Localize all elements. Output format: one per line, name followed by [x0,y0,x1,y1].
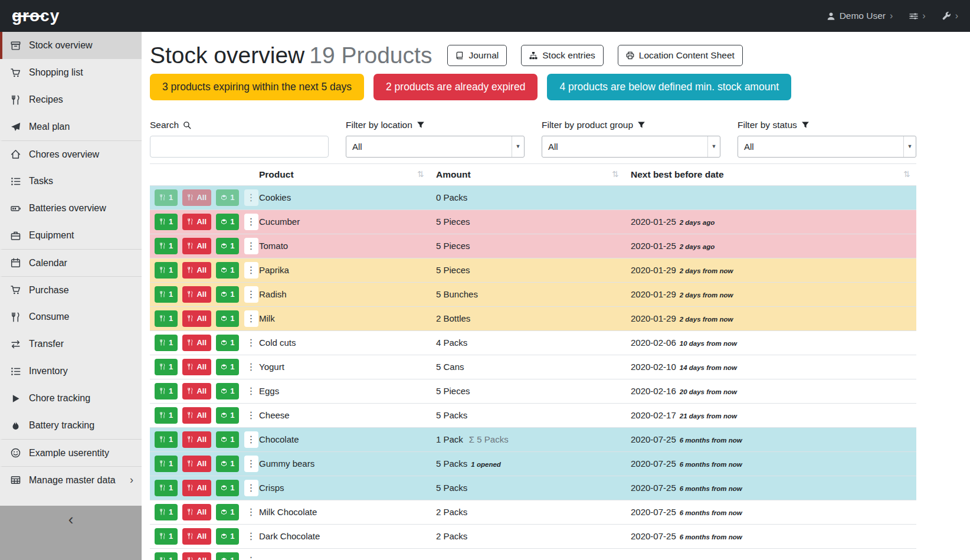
open-one-button[interactable]: 1 [216,480,239,496]
settings-menu[interactable]: › [909,11,925,21]
consume-one-button[interactable]: 1 [155,238,178,254]
row-menu-button[interactable]: ⋮ [244,456,258,472]
row-menu-button[interactable]: ⋮ [244,189,258,206]
row-menu-button[interactable]: ⋮ [244,262,258,279]
consume-one-button[interactable]: 1 [155,189,178,206]
grocy-logo[interactable]: grocy [12,6,60,25]
table-row[interactable]: 1 All 1 ⋮ Cucumber 5 Pieces 2020-01-252 … [150,209,916,234]
row-menu-button[interactable]: ⋮ [244,480,258,496]
row-menu-button[interactable]: ⋮ [244,407,258,424]
sidebar-item-inventory[interactable]: Inventory [0,358,142,385]
best-before-column-header[interactable]: Next best before date ⇅ [625,163,916,185]
open-one-button[interactable]: 1 [216,407,239,424]
table-row[interactable]: 1 All 1 ⋮ [150,548,916,560]
row-menu-button[interactable]: ⋮ [244,310,258,327]
table-row[interactable]: 1 All 1 ⋮ Paprika 5 Pieces 2020-01-292 d… [150,258,916,282]
consume-one-button[interactable]: 1 [155,359,178,375]
expiring-alert[interactable]: 3 products expiring within the next 5 da… [150,74,364,100]
row-menu-button[interactable]: ⋮ [244,286,258,303]
consume-one-button[interactable]: 1 [155,335,178,351]
sidebar-item-manage-master-data[interactable]: Manage master data› [0,466,142,493]
consume-one-button[interactable]: 1 [155,528,178,545]
table-row[interactable]: 1 All 1 ⋮ Cheese 5 Packs 2020-02-1721 da… [150,403,916,427]
below-min-stock-alert[interactable]: 4 products are below defined min. stock … [547,74,791,100]
table-row[interactable]: 1 All 1 ⋮ Radish 5 Bunches 2020-01-292 d… [150,282,916,306]
sort-icon[interactable]: ⇅ [903,169,910,179]
open-one-button[interactable]: 1 [216,431,239,448]
row-menu-button[interactable]: ⋮ [244,335,258,351]
admin-menu[interactable]: › [942,11,958,21]
product-group-select[interactable]: All ▼ [542,136,720,158]
open-one-button[interactable]: 1 [216,528,239,545]
consume-all-button[interactable]: All [182,456,211,472]
row-menu-button[interactable]: ⋮ [244,238,258,254]
table-row[interactable]: 1 All 1 ⋮ Dark Chocolate 2 Packs 2020-07… [150,524,916,548]
consume-all-button[interactable]: All [182,286,211,303]
location-select[interactable]: All ▼ [346,136,525,158]
consume-all-button[interactable]: All [182,310,211,327]
sidebar-item-stock-overview[interactable]: Stock overview [0,32,142,59]
open-one-button[interactable]: 1 [216,335,239,351]
table-row[interactable]: 1 All 1 ⋮ Crisps 5 Packs 2020-07-256 mon… [150,476,916,500]
open-one-button[interactable]: 1 [216,504,239,520]
consume-all-button[interactable]: All [182,238,211,254]
status-select[interactable]: All ▼ [738,136,916,158]
open-one-button[interactable]: 1 [216,359,239,375]
row-menu-button[interactable]: ⋮ [244,552,258,560]
sort-icon[interactable]: ⇅ [417,169,424,179]
table-row[interactable]: 1 All 1 ⋮ Chocolate 1 PackΣ 5 Packs 2020… [150,427,916,451]
consume-all-button[interactable]: All [182,359,211,375]
sidebar-item-meal-plan[interactable]: Meal plan [0,113,142,140]
table-row[interactable]: 1 All 1 ⋮ Yogurt 5 Cans 2020-02-1014 day… [150,355,916,379]
consume-all-button[interactable]: All [182,431,211,448]
table-row[interactable]: 1 All 1 ⋮ Milk 2 Bottles 2020-01-292 day… [150,306,916,330]
consume-all-button[interactable]: All [182,335,211,351]
expired-alert[interactable]: 2 products are already expired [373,74,538,100]
sidebar-item-batteries-overview[interactable]: Batteries overview [0,195,142,222]
open-one-button[interactable]: 1 [216,310,239,327]
open-one-button[interactable]: 1 [216,456,239,472]
row-menu-button[interactable]: ⋮ [244,383,258,399]
consume-all-button[interactable]: All [182,504,211,520]
consume-one-button[interactable]: 1 [155,504,178,520]
sidebar-item-battery-tracking[interactable]: Battery tracking [0,412,142,439]
table-row[interactable]: 1 All 1 ⋮ Eggs 5 Pieces 2020-02-1620 day… [150,379,916,403]
sidebar-item-example-userentity[interactable]: Example userentity [0,439,142,466]
consume-one-button[interactable]: 1 [155,383,178,399]
journal-button[interactable]: Journal [447,45,507,66]
table-row[interactable]: 1 All 1 ⋮ Milk Chocolate 2 Packs 2020-07… [150,500,916,524]
consume-all-button[interactable]: All [182,407,211,424]
consume-one-button[interactable]: 1 [155,552,178,560]
consume-all-button[interactable]: All [182,383,211,399]
row-menu-button[interactable]: ⋮ [244,214,258,230]
user-menu[interactable]: Demo User › [827,11,893,21]
sort-icon[interactable]: ⇅ [612,169,619,179]
open-one-button[interactable]: 1 [216,383,239,399]
consume-all-button[interactable]: All [182,480,211,496]
product-column-header[interactable]: Product ⇅ [253,163,430,185]
open-one-button[interactable]: 1 [216,286,239,303]
stock-entries-button[interactable]: Stock entries [521,45,604,66]
sidebar-item-purchase[interactable]: Purchase [0,276,142,303]
sidebar-item-calendar[interactable]: Calendar [0,249,142,276]
consume-all-button[interactable]: All [182,262,211,279]
consume-one-button[interactable]: 1 [155,431,178,448]
row-menu-button[interactable]: ⋮ [244,528,258,545]
open-one-button[interactable]: 1 [216,214,239,230]
table-row[interactable]: 1 All 1 ⋮ Gummy bears 5 Packs1 opened 20… [150,451,916,476]
consume-one-button[interactable]: 1 [155,310,178,327]
table-row[interactable]: 1 All 1 ⋮ Cookies 0 Packs [150,185,916,209]
amount-column-header[interactable]: Amount ⇅ [430,163,625,185]
consume-all-button[interactable]: All [182,552,211,560]
sidebar-item-recipes[interactable]: Recipes [0,86,142,113]
consume-all-button[interactable]: All [182,214,211,230]
consume-one-button[interactable]: 1 [155,480,178,496]
consume-one-button[interactable]: 1 [155,456,178,472]
row-menu-button[interactable]: ⋮ [244,359,258,375]
consume-all-button[interactable]: All [182,528,211,545]
location-content-sheet-button[interactable]: Location Content Sheet [618,45,743,66]
row-menu-button[interactable]: ⋮ [244,504,258,520]
sidebar-item-shopping-list[interactable]: Shopping list [0,59,142,86]
open-one-button[interactable]: 1 [216,552,239,560]
table-row[interactable]: 1 All 1 ⋮ Cold cuts 4 Packs 2020-02-0610… [150,330,916,355]
